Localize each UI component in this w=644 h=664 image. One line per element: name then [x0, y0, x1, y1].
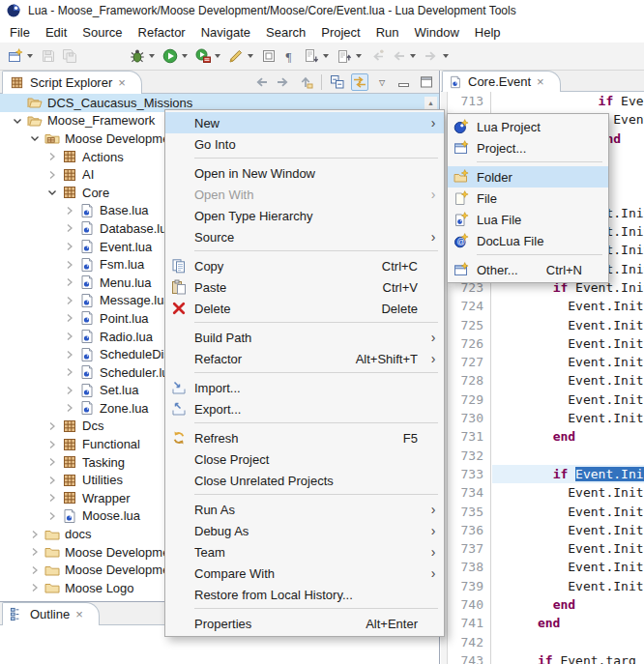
menu-item-debug-as[interactable]: Debug As› [165, 520, 444, 541]
toolbar-block-selection-button[interactable] [258, 44, 279, 68]
menu-item-properties[interactable]: PropertiesAlt+Enter [165, 613, 444, 634]
chevron-collapsed-icon[interactable] [62, 293, 77, 308]
menu-item-export[interactable]: Export... [165, 398, 444, 419]
menubar-item-run[interactable]: Run [368, 23, 407, 42]
menu-item-open-in-new-window[interactable]: Open in New Window [165, 162, 444, 184]
menu-item-copy[interactable]: CopyCtrl+C [165, 255, 444, 276]
chevron-collapsed-icon[interactable] [44, 473, 60, 488]
dropdown-caret-icon[interactable] [356, 54, 362, 58]
menu-item-restore-from-local-history[interactable]: Restore from Local History... [165, 584, 444, 605]
menu-item-project[interactable]: Project... [448, 137, 608, 159]
menu-item-open-type-hierarchy[interactable]: Open Type Hierarchy [165, 205, 444, 226]
chevron-collapsed-icon[interactable] [44, 454, 60, 470]
view-menu-button[interactable]: ▽ [373, 73, 391, 91]
toolbar-debug-button[interactable] [127, 44, 160, 68]
chevron-collapsed-icon[interactable] [62, 257, 77, 273]
menu-item-close-project[interactable]: Close Project [165, 448, 444, 470]
scrollbar-up-button[interactable]: ▲ [424, 97, 437, 109]
menu-item-go-into[interactable]: Go Into [165, 133, 444, 155]
menu-item-run-as[interactable]: Run As› [165, 499, 444, 520]
menubar-item-window[interactable]: Window [407, 23, 467, 42]
chevron-collapsed-icon[interactable] [62, 220, 77, 236]
menu-item-team[interactable]: Team› [165, 541, 444, 563]
toolbar-save-all-button[interactable] [59, 44, 80, 68]
menu-item-lua-file[interactable]: Lua File [448, 209, 608, 230]
chevron-collapsed-icon[interactable] [62, 383, 77, 398]
toolbar-run-coverage-button[interactable] [192, 44, 225, 68]
close-icon[interactable]: × [118, 76, 126, 89]
chevron-collapsed-icon[interactable] [62, 239, 77, 254]
menu-item-new[interactable]: New› [165, 112, 444, 133]
minimize-button[interactable] [395, 73, 413, 91]
menu-item-source[interactable]: Source› [165, 226, 444, 247]
menu-item-import[interactable]: Import... [165, 377, 444, 398]
menu-item-refactor[interactable]: RefactorAlt+Shift+T› [165, 348, 444, 369]
chevron-collapsed-icon[interactable] [44, 490, 60, 505]
toolbar-next-annotation-button[interactable] [301, 44, 334, 68]
menu-item-paste[interactable]: PasteCtrl+V [165, 276, 444, 298]
chevron-collapsed-icon[interactable] [62, 400, 77, 416]
chevron-expanded-icon[interactable] [10, 113, 25, 129]
menu-item-other[interactable]: Other...Ctrl+N [448, 259, 608, 280]
toolbar-new-wizard-button[interactable] [5, 44, 38, 68]
menu-item-build-path[interactable]: Build Path› [165, 327, 444, 348]
menubar-item-edit[interactable]: Edit [38, 23, 74, 42]
dropdown-caret-icon[interactable] [182, 54, 188, 58]
up-button[interactable] [297, 73, 314, 91]
toolbar-last-edit-location-button[interactable] [366, 44, 388, 68]
chevron-collapsed-icon[interactable] [62, 310, 77, 326]
chevron-collapsed-icon[interactable] [62, 364, 77, 380]
menubar-item-file[interactable]: File [2, 23, 38, 42]
forward-button[interactable] [275, 73, 292, 91]
chevron-collapsed-icon[interactable] [27, 527, 43, 542]
chevron-expanded-icon[interactable] [44, 185, 60, 200]
dropdown-caret-icon[interactable] [323, 54, 329, 58]
chevron-collapsed-icon[interactable] [27, 580, 43, 595]
menu-item-lua-project[interactable]: Lua Project [448, 116, 608, 137]
tab-outline[interactable]: Outline × [2, 602, 100, 625]
chevron-collapsed-icon[interactable] [27, 563, 43, 578]
collapse-all-button[interactable] [329, 73, 346, 91]
maximize-button[interactable] [418, 73, 435, 91]
dropdown-caret-icon[interactable] [248, 54, 253, 58]
menubar-item-refactor[interactable]: Refactor [131, 23, 193, 42]
toolbar-forward-button[interactable] [421, 44, 454, 68]
tab-core-event[interactable]: Core.Event × [442, 71, 561, 92]
toolbar-highlighter-button[interactable] [225, 44, 258, 68]
toolbar-back-button[interactable] [388, 44, 421, 68]
chevron-expanded-icon[interactable] [27, 130, 43, 146]
menu-item-refresh[interactable]: RefreshF5 [165, 427, 444, 448]
toolbar-run-button[interactable] [160, 44, 192, 68]
menu-item-delete[interactable]: DeleteDelete [165, 298, 444, 319]
tab-script-explorer[interactable]: Script Explorer × [2, 71, 142, 94]
back-button[interactable] [252, 73, 270, 91]
dropdown-caret-icon[interactable] [215, 54, 220, 58]
chevron-collapsed-icon[interactable] [62, 203, 77, 218]
chevron-collapsed-icon[interactable] [44, 508, 60, 524]
dropdown-caret-icon[interactable] [410, 54, 416, 58]
menu-item-folder[interactable]: Folder [448, 166, 608, 188]
close-icon[interactable]: × [537, 75, 544, 88]
chevron-collapsed-icon[interactable] [62, 329, 77, 344]
dropdown-caret-icon[interactable] [27, 54, 33, 58]
chevron-collapsed-icon[interactable] [44, 419, 60, 434]
chevron-collapsed-icon[interactable] [62, 274, 77, 290]
dropdown-caret-icon[interactable] [443, 54, 449, 58]
chevron-collapsed-icon[interactable] [27, 544, 43, 560]
menubar-item-search[interactable]: Search [258, 23, 313, 42]
chevron-collapsed-icon[interactable] [44, 167, 60, 183]
toolbar-save-button[interactable] [38, 44, 59, 68]
menu-item-file[interactable]: File [448, 188, 608, 209]
menubar-item-help[interactable]: Help [467, 23, 509, 42]
menubar-item-project[interactable]: Project [313, 23, 367, 42]
chevron-collapsed-icon[interactable] [44, 149, 60, 164]
toolbar-show-whitespace-button[interactable]: ¶ [279, 44, 301, 68]
menu-item-close-unrelated-projects[interactable]: Close Unrelated Projects [165, 470, 444, 491]
close-icon[interactable]: × [75, 608, 83, 621]
menu-item-doclua-file[interactable]: @DocLua File [448, 230, 608, 251]
menu-item-compare-with[interactable]: Compare With› [165, 563, 444, 584]
toolbar-previous-annotation-button[interactable] [334, 44, 366, 68]
chevron-collapsed-icon[interactable] [27, 598, 43, 600]
menubar-item-source[interactable]: Source [74, 23, 130, 42]
menubar-item-navigate[interactable]: Navigate [193, 23, 258, 42]
